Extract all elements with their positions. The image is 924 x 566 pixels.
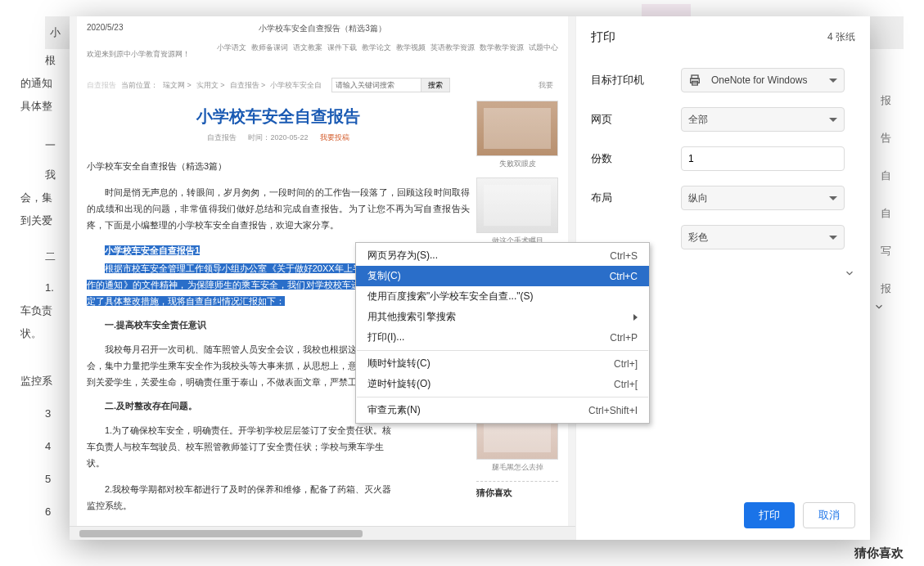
ctx-rotate-ccw[interactable]: 逆时针旋转(O)Ctrl+[: [356, 374, 649, 394]
intro-label: 小学校车安全自查报告（精选3篇）: [87, 158, 470, 174]
ctx-separator: [357, 350, 648, 351]
chevron-down-icon: [829, 118, 837, 122]
sidebar-thumb-1: [476, 101, 558, 156]
printer-value: OneNote for Windows: [711, 74, 807, 86]
pages-label: 网页: [591, 112, 681, 127]
color-dropdown[interactable]: 彩色: [681, 225, 845, 249]
ctx-save-as[interactable]: 网页另存为(S)...Ctrl+S: [356, 245, 649, 266]
ctx-rotate-cw[interactable]: 顺时针旋转(C)Ctrl+]: [356, 353, 649, 374]
layout-dropdown[interactable]: 纵向: [681, 186, 845, 210]
ctx-print[interactable]: 打印(I)...Ctrl+P: [356, 327, 649, 348]
pages-value: 全部: [688, 113, 708, 127]
pages-dropdown[interactable]: 全部: [681, 107, 845, 132]
submenu-arrow-icon: [633, 314, 638, 321]
sheet-count: 4 张纸: [827, 30, 855, 44]
layout-value: 纵向: [688, 191, 708, 205]
preview-breadcrumb: 自查报告 当前位置： 瑞文网 > 实用文 > 自查报告 > 小学校车安全自 搜索…: [87, 78, 558, 92]
preview-horizontal-scrollbar[interactable]: [70, 526, 575, 540]
chevron-down-icon: [829, 196, 837, 200]
context-menu: 网页另存为(S)...Ctrl+S 复制(C)Ctrl+C 使用百度搜索"小学校…: [355, 242, 650, 424]
printer-dropdown[interactable]: OneNote for Windows: [681, 68, 845, 92]
copies-input[interactable]: [681, 146, 845, 171]
preview-search-input[interactable]: [331, 78, 421, 92]
preview-search-button[interactable]: 搜索: [421, 78, 450, 92]
printer-icon: [688, 74, 701, 87]
sidebar-cap-1: 失败双眼皮: [476, 159, 558, 169]
intro-para: 时间是悄无声息的，转眼间，岁月匆匆，一段时间的的工作告一段落了，回顾这段时间取得…: [87, 184, 470, 233]
printer-label: 目标打印机: [591, 73, 681, 88]
p2a: 1.为了确保校车安全，明确责任。开学初学校层层签订了安全责任状。核: [87, 422, 470, 438]
bg-more-chevron[interactable]: [873, 301, 885, 315]
sidebar-like-title: 猜你喜欢: [476, 481, 558, 499]
bg-footer-title: 猜你喜欢: [854, 546, 904, 561]
ctx-copy[interactable]: 复制(C)Ctrl+C: [356, 266, 649, 286]
p3b: 监控系统。: [87, 497, 470, 514]
cancel-button[interactable]: 取消: [803, 502, 855, 528]
ctx-baidu-search[interactable]: 使用百度搜索"小学校车安全自查..."(S): [356, 286, 649, 307]
preview-header-title: 小学校车安全自查报告（精选3篇）: [77, 23, 568, 34]
color-value: 彩色: [688, 231, 708, 245]
print-title: 打印: [591, 29, 615, 45]
chevron-down-icon: [829, 79, 837, 83]
copies-label: 份数: [591, 151, 681, 166]
sidebar-thumb-2: [476, 177, 558, 233]
ctx-inspect[interactable]: 审查元素(N)Ctrl+Shift+I: [356, 400, 649, 420]
chevron-down-icon: [829, 236, 837, 240]
p2c: 状。: [87, 455, 470, 471]
preview-top-links: 小学语文教师备课词语文教案课件下载教学论文教学视频英语教学资源数学教学资源试题中…: [212, 43, 558, 53]
p2b: 车负责人与校车驾驶员、校车照管教师签订了安全责任状；学校与乘车学生: [87, 438, 470, 455]
layout-label: 布局: [591, 191, 681, 205]
article-title: 小学校车安全自查报告: [87, 106, 470, 128]
article-subinfo: 自查报告 时间：2020-05-22 我要投稿: [87, 133, 470, 143]
print-button[interactable]: 打印: [744, 502, 795, 528]
ctx-separator: [357, 397, 648, 398]
ctx-other-search[interactable]: 用其他搜索引擎搜索: [356, 307, 649, 327]
p3: 2.我校每学期都对校车都进行了及时的保养和维修，配备了药箱、灭火器: [87, 481, 470, 497]
sidebar-cap-3: 腿毛黑怎么去掉: [476, 462, 558, 473]
chevron-down-icon: [844, 267, 855, 281]
